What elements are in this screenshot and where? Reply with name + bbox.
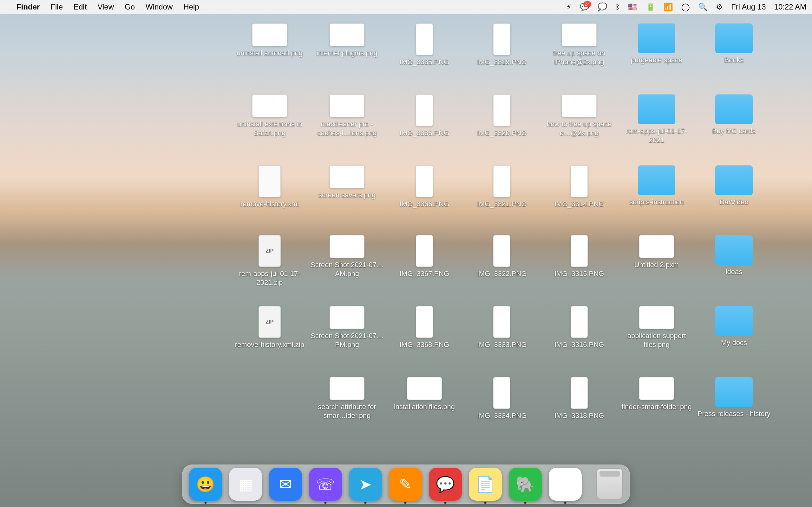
status-input-flag-icon[interactable]: 🇺🇸 (628, 3, 638, 11)
file-thumbnail (416, 23, 433, 55)
app-menu[interactable]: Finder (16, 3, 40, 11)
file-thumbnail (639, 235, 674, 258)
dock-app-chrome[interactable]: ◎ (549, 468, 582, 501)
desktop-icon-label: IMG_3316.PNG (554, 340, 604, 349)
dock-app-pages[interactable]: ✎ (389, 468, 422, 501)
desktop-icon[interactable]: uninstall autocad.png (231, 23, 308, 58)
folder-icon (638, 165, 675, 195)
dock-app-telegram[interactable]: ➤ (349, 468, 382, 501)
desktop-icon[interactable]: IMG_3322.PNG (463, 235, 541, 278)
status-user-icon[interactable]: ◯ (681, 3, 690, 11)
status-battery-icon[interactable]: 🔋 (646, 3, 655, 11)
desktop-icon-label: Books (724, 56, 744, 65)
desktop-icon[interactable]: IMG_3368.PNG (386, 306, 463, 349)
file-thumbnail (416, 95, 433, 126)
desktop-icon[interactable]: scripts-instruction (618, 165, 695, 207)
desktop-icon[interactable]: IMG_3335.PNG (386, 23, 463, 66)
desktop-icon-label: remove-history.xml (241, 200, 299, 209)
desktop-icon[interactable]: finder-smart-folder.png (618, 377, 695, 411)
desktop-icon[interactable]: IMG_3314.PNG (541, 165, 618, 209)
status-spotlight-icon[interactable]: 🔍 (698, 3, 708, 11)
dock-app-viber[interactable]: ☏ (309, 468, 342, 501)
status-chat-icon[interactable]: 💬 24 (580, 3, 589, 11)
desktop-icon-label: IMG_3321.PNG (477, 200, 527, 209)
desktop-icon[interactable]: application support files.png (618, 306, 695, 349)
desktop-icon[interactable]: My docs (695, 306, 773, 347)
desktop-icon[interactable]: Untitled 2.pxm (618, 235, 695, 269)
desktop-icon[interactable]: DarVideo (695, 165, 773, 207)
desktop-icon-label: Buy MC cards (712, 127, 756, 135)
file-thumbnail (329, 165, 364, 188)
desktop[interactable]: uninstall autocad.pnginternet plugins.pn… (0, 14, 812, 507)
desktop-icon[interactable]: Press releases - history (695, 377, 773, 418)
menu-help[interactable]: Help (183, 3, 199, 11)
menu-view[interactable]: View (97, 3, 114, 11)
menu-window[interactable]: Window (146, 3, 172, 11)
dock-app-finder[interactable]: 😀 (189, 468, 222, 501)
status-bluetooth-icon[interactable]: ᛒ (615, 3, 620, 11)
file-thumbnail (639, 377, 674, 400)
status-messages-icon[interactable]: 💭 (598, 3, 607, 11)
desktop-icon-label: IMG_3336.PNG (400, 129, 450, 137)
desktop-icon-label: remove-history.xml.zip (235, 340, 304, 349)
desktop-icon-label: ideas (726, 268, 743, 276)
file-thumbnail (252, 23, 287, 46)
folder-icon (715, 306, 753, 336)
folder-icon (715, 235, 753, 265)
desktop-icon[interactable]: rem-apps-jul-01-17-2021 (618, 95, 695, 144)
desktop-icon-label: uninstall extenions in Safari.png (232, 120, 308, 137)
menubar-date[interactable]: Fri Aug 13 (731, 3, 766, 11)
desktop-icon[interactable]: internet plugins.png (308, 23, 386, 58)
desktop-icon[interactable]: installation files.png (386, 377, 463, 411)
status-wifi-icon[interactable]: 📶 (664, 3, 673, 11)
desktop-icon[interactable]: IMG_3319.PNG (463, 23, 541, 66)
status-control-center-icon[interactable]: ⚙︎ (716, 3, 723, 11)
desktop-icon[interactable]: Buy MC cards (695, 95, 773, 135)
dock-app-evernote[interactable]: 🐘 (509, 468, 542, 501)
desktop-icon[interactable]: IMG_3318.PNG (541, 377, 618, 420)
desktop-icon[interactable]: IMG_3315.PNG (541, 235, 618, 278)
desktop-icon[interactable]: IMG_3321.PNG (463, 165, 541, 209)
desktop-icon-label: Screen Shot 2021-07…AM.png (309, 261, 385, 278)
file-thumbnail (493, 165, 510, 197)
file-thumbnail (258, 306, 281, 338)
desktop-icon[interactable]: how to free up space o…@2x.png (541, 95, 618, 137)
desktop-icon-label: purgeable space (631, 56, 682, 65)
menu-go[interactable]: Go (125, 3, 135, 11)
desktop-icon[interactable]: IMG_3333.PNG (463, 306, 541, 349)
desktop-icon-label: internet plugins.png (316, 49, 377, 58)
desktop-icon[interactable]: IMG_3366.PNG (386, 165, 463, 209)
desktop-icon[interactable]: purgeable space (618, 23, 695, 65)
desktop-icon[interactable]: Screen Shot 2021-07…AM.png (308, 235, 386, 278)
dock-trash[interactable] (596, 468, 623, 500)
dock-app-launchpad[interactable]: ▦ (229, 468, 262, 501)
folder-icon (715, 23, 753, 53)
desktop-icon-label: IMG_3367.PNG (400, 269, 450, 278)
menubar-time[interactable]: 10:22 AM (774, 3, 806, 11)
desktop-icon[interactable]: search attribute for smar…lder.png (308, 377, 386, 420)
desktop-icon[interactable]: IMG_3316.PNG (541, 306, 618, 349)
dock-app-notes[interactable]: 📄 (469, 468, 502, 501)
status-bolt-icon[interactable]: ⚡︎ (566, 3, 571, 11)
desktop-icon[interactable]: uninstall extenions in Safari.png (231, 95, 308, 137)
desktop-icon[interactable]: remove-history.xml.zip (231, 306, 308, 349)
desktop-icon[interactable]: IMG_3320.PNG (463, 95, 541, 137)
desktop-icon[interactable]: IMG_3336.PNG (386, 95, 463, 137)
desktop-icon[interactable]: free up space on iPhone@2x.png (541, 23, 618, 66)
desktop-icon[interactable]: remove-history.xml (231, 165, 308, 209)
desktop-icon[interactable]: Screen Shot 2021-07…PM.png (308, 306, 386, 349)
dock-app-chat[interactable]: 💬 (429, 468, 462, 501)
desktop-icon-label: installation files.png (394, 402, 455, 411)
desktop-icon[interactable]: ideas (695, 235, 773, 276)
desktop-icon[interactable]: IMG_3334.PNG (463, 377, 541, 420)
dock-app-mail[interactable]: ✉︎ (269, 468, 302, 501)
menubar-right: ⚡︎ 💬 24 💭 ᛒ 🇺🇸 🔋 📶 ◯ 🔍 ⚙︎ Fri Aug 13 10:… (566, 3, 806, 11)
desktop-icon[interactable]: IMG_3367.PNG (386, 235, 463, 278)
desktop-icon[interactable]: maccleaner pro - caches-i…ions.png (308, 95, 386, 137)
menu-file[interactable]: File (50, 3, 63, 11)
desktop-icon[interactable]: Books (695, 23, 773, 65)
desktop-icon[interactable]: screen savers.png (308, 165, 386, 200)
menu-edit[interactable]: Edit (73, 3, 87, 11)
desktop-icon[interactable]: rem-apps-jul-01-17-2021.zip (231, 235, 308, 287)
file-thumbnail (329, 377, 364, 400)
